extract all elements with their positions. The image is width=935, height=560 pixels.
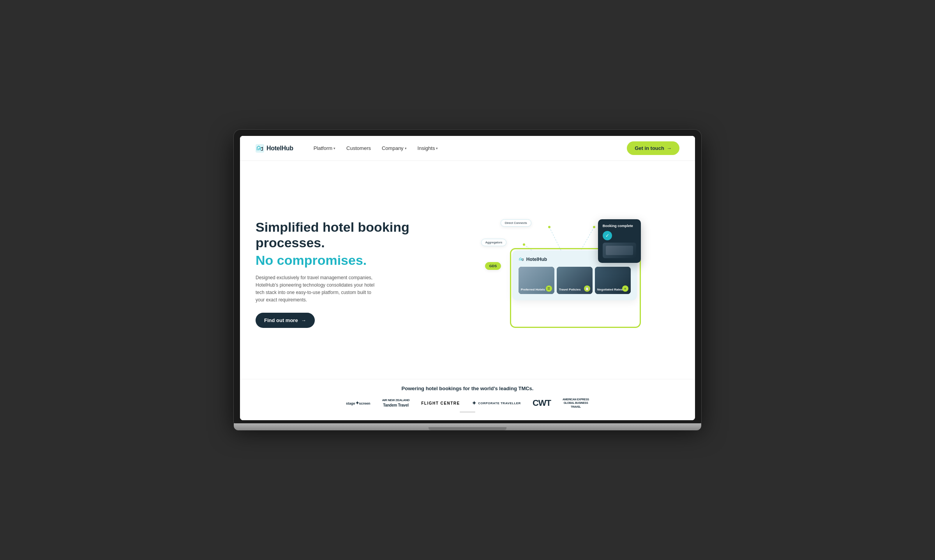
booking-complete-card: Booking complete ✓ <box>598 219 641 263</box>
logo-cwt: CWT <box>533 398 551 409</box>
logo-flight-centre-text: FLIGHT CENTRE <box>421 401 460 405</box>
nav-item-customers[interactable]: Customers <box>342 143 376 153</box>
website: HotelHub Platform ▾ Customers Company ▾ <box>240 136 695 420</box>
svg-point-5 <box>548 226 550 228</box>
logo-stageandscreen: stage✦screen <box>346 398 370 409</box>
logo-text: HotelHub <box>266 145 293 152</box>
hero-section: Simplified hotel booking processes. No c… <box>240 161 695 379</box>
booking-checkmark-icon: ✓ <box>603 231 612 240</box>
hero-description: Designed exclusively for travel manageme… <box>256 274 380 304</box>
find-out-more-button[interactable]: Find out more → <box>256 313 315 328</box>
hero-heading: Simplified hotel booking processes. <box>256 220 446 250</box>
arrow-icon-hero: → <box>301 317 306 323</box>
booking-card-image <box>603 243 636 258</box>
chevron-down-icon-insights: ▾ <box>436 146 438 150</box>
logo-icon <box>256 144 264 153</box>
logo-stageandscreen-text: stage✦screen <box>346 400 370 406</box>
nav-links: Platform ▾ Customers Company ▾ Insights <box>309 143 619 153</box>
logo-tandem-text: AIR NEW ZEALANDTandem Travel <box>382 398 410 408</box>
svg-point-7 <box>523 243 525 246</box>
logo-flight-centre: FLIGHT CENTRE <box>421 398 460 409</box>
chevron-down-icon-company: ▾ <box>405 146 407 150</box>
hero-content: Simplified hotel booking processes. No c… <box>256 173 446 371</box>
scroll-indicator <box>256 412 679 412</box>
screen: HotelHub Platform ▾ Customers Company ▾ <box>240 136 695 420</box>
logo-amex-text: AMERICAN EXPRESSGLOBAL BUSINESSTRAVEL <box>563 398 589 408</box>
chevron-down-icon: ▾ <box>333 146 335 150</box>
card-item-preferred-hotels: Preferred Hotels ☰ <box>519 267 554 294</box>
logo-corporate-traveller: ✦ CORPORATE TRAVELLER <box>472 398 521 409</box>
logo-cwt-text: CWT <box>533 398 551 408</box>
scroll-line <box>460 412 475 412</box>
booking-card-title: Booking complete <box>603 224 636 228</box>
card-item-icon-policies: 📋 <box>584 285 590 292</box>
brand-logos-row: stage✦screen AIR NEW ZEALANDTandem Trave… <box>256 398 679 409</box>
screen-bezel: HotelHub Platform ▾ Customers Company ▾ <box>234 130 701 423</box>
svg-point-6 <box>593 226 595 228</box>
partners-section: Powering hotel bookings for the world's … <box>240 379 695 420</box>
laptop-frame: HotelHub Platform ▾ Customers Company ▾ <box>234 130 701 430</box>
nav-item-insights[interactable]: Insights ▾ <box>413 143 443 153</box>
logo-corporate-traveller-text: ✦ CORPORATE TRAVELLER <box>472 400 521 406</box>
logo-amex-global: AMERICAN EXPRESSGLOBAL BUSINESSTRAVEL <box>563 398 589 409</box>
logo-tandem-travel: AIR NEW ZEALANDTandem Travel <box>382 398 410 409</box>
nav-item-company[interactable]: Company ▾ <box>377 143 411 153</box>
node-gds: GDS <box>485 262 501 270</box>
powering-text: Powering hotel bookings for the world's … <box>256 386 679 391</box>
card-item-travel-policies: Travel Policies 📋 <box>557 267 593 294</box>
hero-heading-accent: No compromises. <box>256 253 446 268</box>
card-logo-icon <box>519 257 524 262</box>
card-grid: Preferred Hotels ☰ Travel Policies 📋 <box>519 267 631 294</box>
node-aggregators: Aggregators <box>481 239 507 246</box>
logo[interactable]: HotelHub <box>256 144 293 153</box>
navbar: HotelHub Platform ▾ Customers Company ▾ <box>240 136 695 161</box>
nav-item-platform[interactable]: Platform ▾ <box>309 143 340 153</box>
laptop-base <box>234 423 701 430</box>
card-item-icon-rates: + <box>622 285 628 292</box>
platform-visualization: Direct Connects Hotel Allocations Aggreg… <box>481 215 645 324</box>
arrow-icon: → <box>667 145 672 151</box>
card-logo-text: HotelHub <box>526 257 547 262</box>
hero-visual: Direct Connects Hotel Allocations Aggreg… <box>446 173 679 371</box>
card-item-negotiated-rates: Negotiated Rates + <box>595 267 631 294</box>
node-direct-connects: Direct Connects <box>501 219 531 227</box>
get-in-touch-button[interactable]: Get in touch → <box>627 141 679 155</box>
card-item-icon-hotels: ☰ <box>546 285 552 292</box>
